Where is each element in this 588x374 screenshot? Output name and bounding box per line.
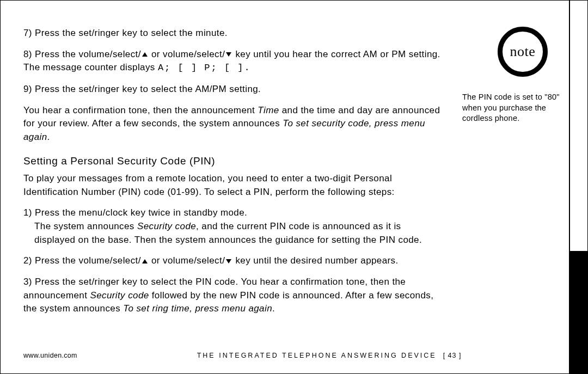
pin-step-1: 1) Press the menu/clock key twice in sta… [23, 206, 443, 247]
para-time-b: Time [258, 105, 279, 115]
pin-step-3b: Security code [90, 290, 149, 301]
step-9: 9) Press the set/ringer key to select th… [23, 83, 443, 96]
step-7-text: 7) Press the set/ringer key to select th… [23, 28, 228, 38]
heading-pin: Setting a Personal Security Code (PIN) [23, 154, 443, 169]
footer: www.uniden.com THE INTEGRATED TELEPHONE … [23, 352, 568, 359]
main-content: 7) Press the set/ringer key to select th… [23, 27, 443, 323]
pin-step-3: 3) Press the set/ringer key to select th… [23, 275, 443, 316]
arrow-down-icon [226, 259, 231, 263]
step-7: 7) Press the set/ringer key to select th… [23, 27, 443, 40]
step-9-text: 9) Press the set/ringer key to select th… [23, 84, 261, 94]
step-8-text-b: or volume/select/ [149, 49, 225, 59]
pin-step-2b: or volume/select/ [149, 255, 225, 266]
pin-step-2a: 2) Press the volume/select/ [23, 255, 141, 266]
pin-step-2c: key until the desired number appears. [232, 255, 398, 266]
tab-marker [569, 251, 587, 374]
step-8: 8) Press the volume/select/ or volume/se… [23, 48, 443, 75]
step-8-text-a: 8) Press the volume/select/ [23, 49, 141, 59]
pin-step-2: 2) Press the volume/select/ or volume/se… [23, 254, 443, 268]
pin-step-1a: 1) Press the menu/clock key twice in sta… [23, 207, 247, 218]
arrow-up-icon [142, 259, 148, 263]
pin-step-1c: Security code [137, 221, 196, 231]
vertical-divider [569, 1, 570, 251]
footer-url: www.uniden.com [23, 352, 77, 359]
paragraph-time-confirm: You hear a confirmation tone, then the a… [23, 104, 443, 144]
arrow-up-icon [142, 52, 148, 57]
pin-step-3d: To set ring time, press menu again [123, 303, 272, 314]
arrow-down-icon [226, 52, 231, 57]
footer-title: THE INTEGRATED TELEPHONE ANSWERING DEVIC… [197, 352, 437, 359]
pin-step-1b: The system announces [34, 221, 137, 231]
para-time-a: You hear a confirmation tone, then the a… [23, 105, 258, 115]
note-badge: note [498, 27, 548, 77]
footer-page: [ 43 ] [443, 352, 462, 359]
note-badge-label: note [510, 44, 536, 60]
pin-step-3e: . [272, 303, 275, 314]
step-8-display: A; [ ] P; [ ]. [158, 63, 251, 73]
note-text: The PIN code is set to "80" when you pur… [462, 92, 566, 124]
manual-page: 7) Press the set/ringer key to select th… [0, 0, 588, 374]
para-time-e: . [47, 132, 50, 142]
paragraph-pin-intro: To play your messages from a remote loca… [23, 172, 443, 199]
